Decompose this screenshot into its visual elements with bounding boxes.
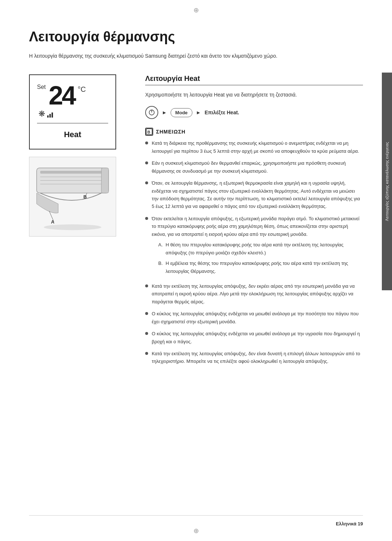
bullet-dot	[145, 181, 148, 184]
bullet-text-8: Κατά την εκτέλεση της λειτουργίας απόψυξ…	[152, 350, 363, 365]
signal-bars	[47, 110, 53, 118]
section-title: Λειτουργία Heat	[145, 74, 363, 85]
mode-button[interactable]: Mode	[171, 108, 192, 117]
sub-list-item-b: B. Η εμβέλεια της θέσης του πτερυγίου κα…	[158, 259, 363, 275]
sub-text-b: Η εμβέλεια της θέσης του πτερυγίου κατακ…	[166, 259, 363, 275]
bar-3	[52, 112, 53, 118]
bullet-text-6: Ο κύκλος της λειτουργίας απόψυξης ενδέχε…	[152, 310, 363, 325]
list-item: Ο κύκλος της λειτουργίας απόψυξης ενδέχε…	[145, 310, 363, 325]
bullet-text-3: Όταν, σε λειτουργία θέρμανσης, η εξωτερι…	[152, 179, 363, 210]
mode-instruction: Επιλέξτε Heat.	[205, 110, 239, 115]
section-subtitle: Χρησιμοποιήστε τη λειτουργία Heat για να…	[145, 91, 363, 99]
list-item: Εάν η συσκευή κλιματισμού δεν θερμανθεί …	[145, 159, 363, 175]
display-degree: °C	[78, 85, 86, 94]
bullet-dot	[145, 142, 148, 144]
bullet-dot	[145, 352, 148, 355]
list-item: Όταν εκτελείται η λειτουργία απόψυξης, η…	[145, 215, 363, 278]
display-temperature: 24	[49, 82, 75, 108]
list-item: Ο κύκλος της λειτουργίας απόψυξης ενδέχε…	[145, 330, 363, 345]
sub-list: A. Η θέση του πτερυγίου κατακόρυφης ροής…	[152, 241, 363, 275]
ac-unit-image: A B	[29, 157, 116, 237]
svg-point-10	[44, 225, 102, 230]
display-box: Set 24 °C ❋ Heat	[29, 74, 116, 149]
bullet-text-1: Κατά τη διάρκεια της προθέρμανσης της συ…	[152, 139, 363, 155]
display-set-label: Set	[37, 84, 46, 90]
footer-divider	[29, 515, 363, 516]
bullet-text-4: Όταν εκτελείται η λειτουργία απόψυξης, η…	[152, 216, 359, 237]
sub-label-b: B.	[158, 259, 163, 275]
power-button-icon	[145, 106, 158, 119]
sidebar-right: Λειτουργίες εξύπνης κατανάλωσης ενέργεια…	[382, 73, 392, 290]
mode-row: ► Mode ► Επιλέξτε Heat.	[145, 106, 363, 119]
footer: Ελληνικά 19	[29, 521, 363, 526]
list-item: Όταν, σε λειτουργία θέρμανσης, η εξωτερι…	[145, 179, 363, 210]
display-mode-label: Heat	[37, 128, 108, 142]
note-box: B ΣΗΜΕΙΩΣΗ Κατά τη διάρκεια της προθέρμα…	[145, 128, 363, 365]
note-title: ΣΗΜΕΙΩΣΗ	[156, 129, 185, 135]
svg-rect-5	[101, 168, 109, 193]
left-column: Set 24 °C ❋ Heat	[29, 74, 131, 372]
registration-mark-bottom: ⊕	[192, 527, 200, 534]
svg-rect-1	[40, 171, 105, 174]
fan-icon: ❋	[38, 109, 45, 119]
right-column: Λειτουργία Heat Χρησιμοποιήστε τη λειτου…	[145, 74, 363, 372]
page: ⊕ ⊕ Λειτουργίες εξύπνης κατανάλωσης ενέρ…	[0, 0, 392, 541]
bar-2	[49, 114, 51, 118]
display-set-row: Set 24 °C	[37, 82, 108, 108]
note-icon: B	[145, 128, 153, 136]
bullet-dot	[145, 217, 148, 220]
ac-unit-svg: A B	[29, 157, 116, 236]
svg-text:A: A	[51, 220, 54, 225]
bar-1	[47, 115, 49, 118]
sidebar-right-label: Λειτουργίες εξύπνης κατανάλωσης ενέργεια…	[385, 142, 389, 221]
list-item: Κατά την εκτέλεση της λειτουργίας απόψυξ…	[145, 350, 363, 365]
page-subtitle: Η λειτουργία θέρμανσης της συσκευής κλιμ…	[29, 52, 305, 60]
arrow-icon-1: ►	[162, 110, 167, 115]
list-item: Κατά την εκτέλεση της λειτουργίας απόψυξ…	[145, 282, 363, 306]
svg-text:B: B	[147, 130, 150, 134]
sub-text-a: Η θέση του πτερυγίου κατακόρυφης ροής το…	[166, 241, 363, 257]
registration-mark-top: ⊕	[192, 7, 200, 14]
bullet-text-2: Εάν η συσκευή κλιματισμού δεν θερμανθεί …	[152, 159, 363, 175]
main-content: Set 24 °C ❋ Heat	[29, 74, 363, 372]
bullet-text-7: Ο κύκλος της λειτουργίας απόψυξης ενδέχε…	[152, 330, 363, 345]
bullet-text-5: Κατά την εκτέλεση της λειτουργίας απόψυξ…	[152, 282, 363, 306]
note-header: B ΣΗΜΕΙΩΣΗ	[145, 128, 363, 136]
bullet-dot	[145, 284, 148, 287]
sub-label-a: A.	[158, 241, 163, 257]
bullet-dot	[145, 332, 148, 335]
display-divider	[37, 123, 108, 123]
bullet-list: Κατά τη διάρκεια της προθέρμανσης της συ…	[145, 139, 363, 365]
svg-text:B: B	[83, 194, 87, 200]
bullet-item-4-container: Όταν εκτελείται η λειτουργία απόψυξης, η…	[152, 215, 363, 278]
footer-page-number: Ελληνικά 19	[336, 521, 363, 526]
bullet-dot	[145, 161, 148, 164]
page-title: Λειτουργία θέρμανσης	[29, 29, 363, 45]
bullet-dot	[145, 312, 148, 315]
sub-list-item-a: A. Η θέση του πτερυγίου κατακόρυφης ροής…	[158, 241, 363, 257]
arrow-icon-2: ►	[196, 110, 201, 115]
list-item: Κατά τη διάρκεια της προθέρμανσης της συ…	[145, 139, 363, 155]
display-icons-row: ❋	[38, 109, 108, 119]
